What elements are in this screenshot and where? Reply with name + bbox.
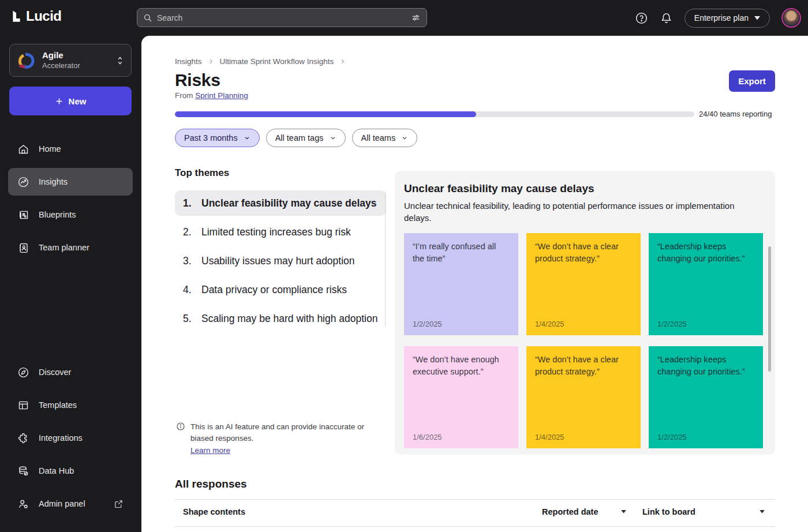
main-content: Insights Ultimate Sprint Workflow Insigh… (141, 36, 808, 532)
sidebar-item-label: Admin panel (39, 499, 85, 508)
sidebar-item-admin-panel[interactable]: Admin panel (8, 490, 133, 518)
panel-title: Unclear feasibility may cause delays (404, 182, 764, 195)
column-label: Shape contents (183, 507, 245, 516)
sidebar-item-blueprints[interactable]: Blueprints (8, 201, 133, 228)
theme-item-3[interactable]: 3. Usability issues may hurt adoption (175, 248, 386, 274)
sticky-notes-grid: “I’m really confused all the time” 1/2/2… (404, 233, 764, 448)
page-title: Risks (175, 70, 220, 90)
workspace-switcher[interactable]: Agile Accelerator (9, 44, 132, 77)
info-icon (176, 422, 185, 456)
search-filter-icon[interactable] (411, 13, 421, 23)
sidebar-item-label: Home (39, 144, 61, 153)
lucid-logo-icon (10, 9, 23, 23)
top-themes-heading: Top themes (175, 167, 229, 179)
sidebar-item-insights[interactable]: Insights (8, 168, 133, 196)
topbar: Lucid Enterprise plan (0, 0, 808, 36)
discover-compass-icon (17, 366, 29, 379)
theme-detail-panel: Unclear feasibility may cause delays Unc… (395, 171, 775, 455)
chevron-down-icon (754, 16, 760, 20)
note-date: 1/2/2025 (657, 320, 687, 328)
all-responses-heading: All responses (175, 478, 247, 490)
progress-fill (175, 111, 476, 117)
chevron-right-icon (208, 58, 214, 65)
user-avatar[interactable] (781, 8, 801, 28)
lucid-logo-text: Lucid (26, 8, 62, 24)
filter-row: Past 3 months All team tags All teams (175, 129, 417, 147)
learn-more-link[interactable]: Learn more (190, 445, 230, 456)
sidebar-item-home[interactable]: Home (8, 135, 133, 163)
sticky-note[interactable]: “We don’t have enough executive support.… (404, 346, 518, 448)
sidebar-item-label: Discover (39, 368, 71, 377)
theme-item-2[interactable]: 2. Limited testing increases bug risk (175, 219, 386, 245)
filter-date-range[interactable]: Past 3 months (175, 129, 260, 147)
note-quote: “I’m really confused all the time” (413, 241, 510, 265)
notifications-bell-icon[interactable] (660, 12, 673, 25)
theme-number: 5. (183, 312, 197, 325)
divider (175, 499, 775, 500)
sidebar-item-templates[interactable]: Templates (8, 391, 133, 419)
theme-item-5[interactable]: 5. Scaling may be hard with high adoptio… (175, 306, 386, 331)
workspace-name: Agile (42, 50, 80, 61)
chevron-down-icon (330, 134, 336, 141)
sidebar-item-discover[interactable]: Discover (8, 358, 133, 386)
sidebar-nav: Home Insights Blueprints Team planner (8, 135, 133, 267)
column-label: Link to board (642, 507, 695, 516)
sprint-planning-link[interactable]: Sprint Planning (195, 91, 248, 100)
theme-number: 2. (183, 225, 197, 239)
sort-caret-icon[interactable] (621, 510, 626, 514)
theme-text: Data privacy or compliance risks (201, 283, 347, 297)
sticky-note[interactable]: “We don’t have a clear product strategy.… (526, 233, 641, 335)
insights-icon (17, 176, 29, 188)
chevron-down-icon (244, 134, 250, 141)
help-icon[interactable] (635, 12, 648, 25)
filter-label: Past 3 months (184, 133, 238, 143)
sidebar-item-label: Blueprints (39, 210, 76, 219)
teams-reporting-label: 24/40 teams reporting (699, 110, 772, 118)
note-date: 1/2/2025 (657, 433, 687, 441)
sticky-note[interactable]: “We don’t have a clear product strategy.… (526, 346, 641, 448)
teams-reporting-progress (175, 111, 694, 117)
breadcrumb-report[interactable]: Ultimate Sprint Workflow Insights (220, 57, 334, 66)
theme-item-1[interactable]: 1. Unclear feasibility may cause delays (175, 190, 386, 216)
filter-label: All teams (361, 133, 396, 143)
sticky-note[interactable]: “I’m really confused all the time” 1/2/2… (404, 233, 518, 335)
sticky-note[interactable]: “Leadership keeps changing our prioritie… (649, 233, 763, 335)
sort-caret-icon[interactable] (760, 510, 765, 514)
filter-teams[interactable]: All teams (352, 129, 418, 147)
plan-label: Enterprise plan (694, 13, 749, 23)
blueprints-icon (17, 209, 29, 221)
column-reported-date[interactable]: Reported date (542, 507, 626, 516)
chevron-updown-icon (116, 55, 124, 66)
sidebar-item-data-hub[interactable]: Data Hub (8, 457, 133, 485)
avatar-photo (783, 10, 799, 26)
data-hub-icon (17, 465, 29, 477)
column-link-to-board[interactable]: Link to board (642, 507, 765, 516)
theme-item-4[interactable]: 4. Data privacy or compliance risks (175, 277, 386, 302)
note-date: 1/4/2025 (535, 320, 564, 328)
from-label: From (175, 91, 193, 100)
theme-number: 1. (183, 196, 197, 210)
sticky-note[interactable]: “Leadership keeps changing our prioritie… (649, 346, 763, 448)
column-label: Reported date (542, 507, 598, 516)
sidebar-item-integrations[interactable]: Integrations (8, 424, 133, 452)
home-icon (17, 143, 29, 155)
from-line: From Sprint Planning (175, 91, 248, 100)
sidebar-item-team-planner[interactable]: Team planner (8, 234, 133, 261)
sidebar-item-label: Team planner (39, 243, 89, 252)
export-button[interactable]: Export (729, 70, 775, 92)
breadcrumb-insights[interactable]: Insights (175, 57, 202, 66)
search-bar[interactable] (137, 8, 427, 27)
external-link-icon[interactable] (114, 499, 124, 509)
new-button[interactable]: New (9, 87, 132, 115)
panel-scrollbar-thumb[interactable] (768, 246, 771, 372)
note-date: 1/6/2025 (413, 433, 442, 441)
search-input[interactable] (157, 13, 406, 23)
enterprise-plan-button[interactable]: Enterprise plan (684, 9, 770, 28)
theme-number: 4. (183, 283, 197, 297)
breadcrumb: Insights Ultimate Sprint Workflow Insigh… (175, 57, 346, 66)
lucid-logo[interactable]: Lucid (10, 8, 62, 24)
note-quote: “We don’t have a clear product strategy.… (535, 241, 632, 265)
theme-text: Scaling may be hard with high adoption (201, 312, 377, 325)
sidebar-item-label: Insights (39, 177, 68, 186)
filter-team-tags[interactable]: All team tags (266, 129, 346, 147)
